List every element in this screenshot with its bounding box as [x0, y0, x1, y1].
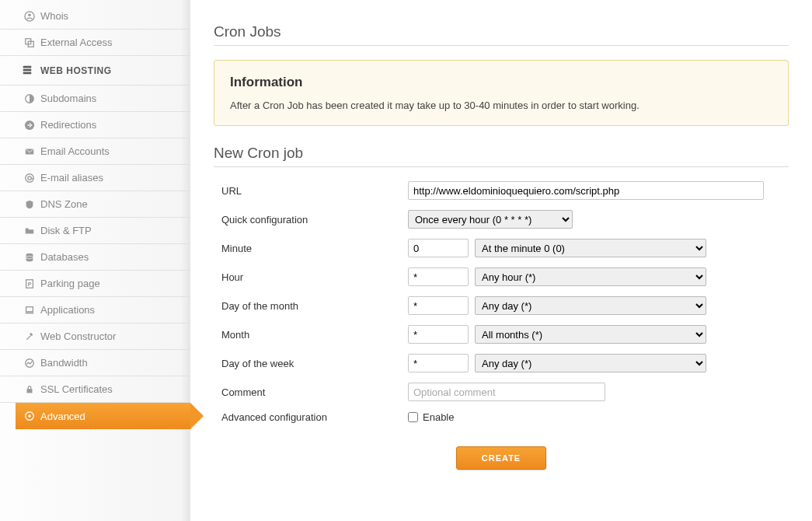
at-icon: [23, 172, 35, 184]
sidebar-item-ssl-certificates[interactable]: SSL Certificates: [0, 376, 190, 403]
enable-text: Enable: [423, 411, 454, 423]
day-of-week-select[interactable]: Any day (*): [475, 354, 706, 372]
sidebar-item-advanced[interactable]: Advanced: [16, 403, 190, 429]
info-text: After a Cron Job has been created it may…: [230, 100, 772, 111]
sidebar-item-label: Applications: [40, 304, 95, 316]
minute-label: Minute: [214, 243, 408, 254]
external-icon: [23, 37, 35, 48]
sidebar-item-databases[interactable]: Databases: [0, 244, 190, 271]
sidebar-item-dns-zone[interactable]: DNS Zone: [0, 191, 190, 218]
sidebar-item-external-access[interactable]: External Access: [0, 30, 190, 56]
sidebar-item-email-aliases[interactable]: E-mail aliases: [0, 165, 190, 191]
url-label: URL: [214, 185, 408, 197]
sidebar-item-label: Email Accounts: [40, 145, 110, 157]
lock-icon: [23, 383, 35, 395]
comment-label: Comment: [214, 386, 408, 398]
sidebar-item-label: Databases: [40, 251, 89, 263]
minute-select[interactable]: At the minute 0 (0): [475, 239, 706, 257]
sidebar-item-email-accounts[interactable]: Email Accounts: [0, 138, 190, 165]
advanced-config-label: Advanced configuration: [214, 411, 408, 423]
quick-config-label: Quick configuration: [214, 214, 408, 226]
svg-rect-19: [26, 389, 32, 393]
svg-rect-5: [23, 69, 32, 72]
sidebar-item-label: Advanced: [40, 411, 85, 422]
url-input[interactable]: [408, 181, 764, 200]
day-of-month-label: Day of the month: [214, 300, 408, 312]
sidebar-item-bandwidth[interactable]: Bandwidth: [0, 350, 190, 376]
laptop-icon: [23, 304, 35, 316]
day-of-week-input[interactable]: [408, 354, 469, 372]
svg-point-1: [28, 13, 31, 16]
month-input[interactable]: [408, 325, 469, 344]
month-label: Month: [214, 329, 408, 341]
database-icon: [23, 251, 35, 263]
enable-checkbox[interactable]: [408, 412, 418, 422]
section-title-cron-jobs: Cron Jobs: [214, 23, 789, 46]
half-circle-icon: [23, 93, 35, 104]
sidebar-section-web-hosting: WEB HOSTING: [0, 56, 190, 86]
folder-icon: [23, 225, 35, 236]
quick-config-select[interactable]: Once every hour (0 * * * *): [408, 210, 573, 229]
sidebar-item-whois[interactable]: Whois: [0, 3, 190, 30]
svg-point-11: [27, 176, 30, 179]
month-select[interactable]: All months (*): [475, 325, 706, 344]
svg-rect-16: [26, 306, 33, 311]
information-box: Information After a Cron Job has been cr…: [214, 60, 789, 126]
shield-icon: [23, 198, 35, 210]
sidebar-item-label: External Access: [40, 37, 113, 48]
enable-checkbox-label[interactable]: Enable: [408, 411, 454, 423]
sidebar-item-label: Redirections: [40, 119, 96, 131]
hour-input[interactable]: [408, 267, 469, 286]
stack-icon: [22, 65, 33, 76]
sidebar-item-label: Disk & FTP: [40, 225, 92, 236]
sidebar: Whois External Access WEB HOSTING Subdom…: [0, 0, 190, 521]
sidebar-item-web-constructor[interactable]: Web Constructor: [0, 323, 190, 350]
minute-input[interactable]: [408, 239, 469, 257]
comment-input[interactable]: [408, 383, 605, 401]
main-content: Cron Jobs Information After a Cron Job h…: [190, 0, 812, 521]
day-of-month-input[interactable]: [408, 296, 469, 315]
chart-icon: [23, 357, 35, 369]
user-circle-icon: [23, 10, 35, 22]
sidebar-item-label: SSL Certificates: [40, 383, 113, 395]
svg-rect-6: [23, 72, 32, 75]
sidebar-item-disk-ftp[interactable]: Disk & FTP: [0, 218, 190, 244]
info-heading: Information: [230, 75, 772, 90]
sidebar-item-label: Web Constructor: [40, 330, 116, 342]
page-icon: P: [23, 278, 35, 289]
mail-icon: [23, 145, 35, 157]
sidebar-item-subdomains[interactable]: Subdomains: [0, 86, 190, 112]
svg-text:P: P: [27, 281, 31, 286]
sidebar-item-label: E-mail aliases: [40, 172, 103, 184]
sidebar-item-applications[interactable]: Applications: [0, 297, 190, 323]
sidebar-item-label: Parking page: [40, 278, 100, 289]
day-of-week-label: Day of the week: [214, 358, 408, 369]
hour-select[interactable]: Any hour (*): [475, 267, 706, 286]
svg-rect-4: [23, 66, 32, 68]
day-of-month-select[interactable]: Any day (*): [475, 296, 706, 315]
sidebar-item-parking-page[interactable]: P Parking page: [0, 271, 190, 297]
hammer-icon: [23, 330, 35, 342]
sidebar-item-label: DNS Zone: [40, 198, 88, 210]
sidebar-item-label: Subdomains: [40, 93, 96, 104]
arrow-circle-icon: [23, 119, 35, 131]
section-title-new-cron-job: New Cron job: [214, 145, 789, 167]
svg-point-21: [28, 414, 31, 418]
svg-rect-17: [25, 312, 33, 313]
sidebar-section-label: WEB HOSTING: [40, 65, 112, 76]
create-button[interactable]: CREATE: [456, 446, 546, 470]
sidebar-item-redirections[interactable]: Redirections: [0, 112, 190, 138]
gear-circle-icon: [23, 411, 35, 422]
hour-label: Hour: [214, 271, 408, 283]
sidebar-item-label: Bandwidth: [40, 357, 88, 369]
sidebar-item-label: Whois: [40, 10, 68, 22]
